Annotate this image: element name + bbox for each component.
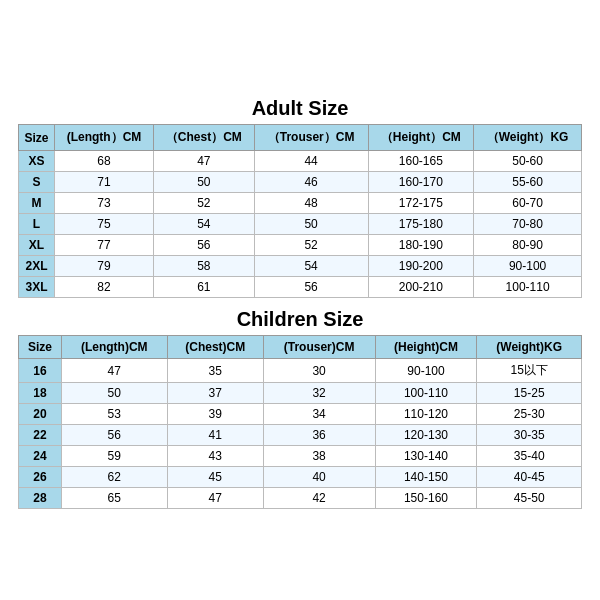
table-cell: 35 [167, 359, 263, 383]
table-cell: 15以下 [477, 359, 582, 383]
children-table-body: 1647353090-10015以下18503732100-11015-2520… [19, 359, 582, 509]
table-cell: 50-60 [474, 151, 582, 172]
table-cell: 190-200 [368, 256, 474, 277]
table-cell: 32 [263, 383, 375, 404]
table-cell: 2XL [19, 256, 55, 277]
table-row: 1647353090-10015以下 [19, 359, 582, 383]
table-cell: 61 [154, 277, 255, 298]
table-cell: 37 [167, 383, 263, 404]
table-cell: 120-130 [375, 425, 477, 446]
table-cell: 200-210 [368, 277, 474, 298]
table-cell: M [19, 193, 55, 214]
table-cell: 77 [55, 235, 154, 256]
children-header-row: Size(Length)CM(Chest)CM(Trouser)CM(Heigh… [19, 336, 582, 359]
table-cell: 30 [263, 359, 375, 383]
table-row: 22564136120-13030-35 [19, 425, 582, 446]
children-column-header: (Trouser)CM [263, 336, 375, 359]
table-cell: 110-120 [375, 404, 477, 425]
adult-header-row: Size(Length）CM（Chest）CM（Trouser）CM（Heigh… [19, 125, 582, 151]
table-cell: 140-150 [375, 467, 477, 488]
adult-column-header: (Length）CM [55, 125, 154, 151]
adult-column-header: （Weight）KG [474, 125, 582, 151]
children-column-header: Size [19, 336, 62, 359]
table-cell: 28 [19, 488, 62, 509]
table-cell: 50 [61, 383, 167, 404]
table-cell: 53 [61, 404, 167, 425]
table-cell: 15-25 [477, 383, 582, 404]
table-cell: 30-35 [477, 425, 582, 446]
table-cell: 180-190 [368, 235, 474, 256]
table-cell: 160-170 [368, 172, 474, 193]
adult-column-header: （Chest）CM [154, 125, 255, 151]
table-cell: 22 [19, 425, 62, 446]
table-cell: 54 [154, 214, 255, 235]
adult-column-header: Size [19, 125, 55, 151]
children-column-header: (Chest)CM [167, 336, 263, 359]
table-cell: 160-165 [368, 151, 474, 172]
table-row: M735248172-17560-70 [19, 193, 582, 214]
table-cell: 34 [263, 404, 375, 425]
table-cell: 130-140 [375, 446, 477, 467]
table-cell: L [19, 214, 55, 235]
table-cell: 50 [254, 214, 368, 235]
table-cell: 65 [61, 488, 167, 509]
table-cell: 35-40 [477, 446, 582, 467]
table-cell: 60-70 [474, 193, 582, 214]
table-cell: 44 [254, 151, 368, 172]
table-cell: 47 [61, 359, 167, 383]
table-cell: 58 [154, 256, 255, 277]
table-cell: 50 [154, 172, 255, 193]
children-size-table: Size(Length)CM(Chest)CM(Trouser)CM(Heigh… [18, 335, 582, 509]
table-row: 20533934110-12025-30 [19, 404, 582, 425]
table-cell: 45-50 [477, 488, 582, 509]
table-cell: 52 [154, 193, 255, 214]
table-cell: XS [19, 151, 55, 172]
table-cell: 39 [167, 404, 263, 425]
table-cell: 3XL [19, 277, 55, 298]
table-cell: 25-30 [477, 404, 582, 425]
table-cell: 47 [167, 488, 263, 509]
table-cell: 68 [55, 151, 154, 172]
table-cell: 150-160 [375, 488, 477, 509]
table-cell: 75 [55, 214, 154, 235]
table-cell: 20 [19, 404, 62, 425]
table-cell: 71 [55, 172, 154, 193]
adult-size-title: Adult Size [18, 91, 582, 124]
table-cell: 70-80 [474, 214, 582, 235]
table-cell: 56 [61, 425, 167, 446]
adult-table-body: XS684744160-16550-60S715046160-17055-60M… [19, 151, 582, 298]
table-cell: 100-110 [474, 277, 582, 298]
table-cell: 36 [263, 425, 375, 446]
table-row: S715046160-17055-60 [19, 172, 582, 193]
table-row: XL775652180-19080-90 [19, 235, 582, 256]
table-cell: 62 [61, 467, 167, 488]
table-cell: 90-100 [474, 256, 582, 277]
table-cell: 52 [254, 235, 368, 256]
table-cell: 18 [19, 383, 62, 404]
table-cell: 59 [61, 446, 167, 467]
table-row: 2XL795854190-20090-100 [19, 256, 582, 277]
table-cell: 172-175 [368, 193, 474, 214]
table-cell: S [19, 172, 55, 193]
table-row: 3XL826156200-210100-110 [19, 277, 582, 298]
children-column-header: (Weight)KG [477, 336, 582, 359]
table-cell: 73 [55, 193, 154, 214]
table-cell: 56 [254, 277, 368, 298]
table-cell: 41 [167, 425, 263, 446]
table-row: XS684744160-16550-60 [19, 151, 582, 172]
table-cell: 175-180 [368, 214, 474, 235]
table-cell: 55-60 [474, 172, 582, 193]
table-cell: 16 [19, 359, 62, 383]
table-cell: 26 [19, 467, 62, 488]
table-cell: 45 [167, 467, 263, 488]
adult-column-header: （Height）CM [368, 125, 474, 151]
table-row: L755450175-18070-80 [19, 214, 582, 235]
table-cell: 46 [254, 172, 368, 193]
table-cell: 48 [254, 193, 368, 214]
table-cell: 54 [254, 256, 368, 277]
table-cell: 42 [263, 488, 375, 509]
table-row: 18503732100-11015-25 [19, 383, 582, 404]
children-column-header: (Height)CM [375, 336, 477, 359]
table-cell: 80-90 [474, 235, 582, 256]
table-cell: XL [19, 235, 55, 256]
